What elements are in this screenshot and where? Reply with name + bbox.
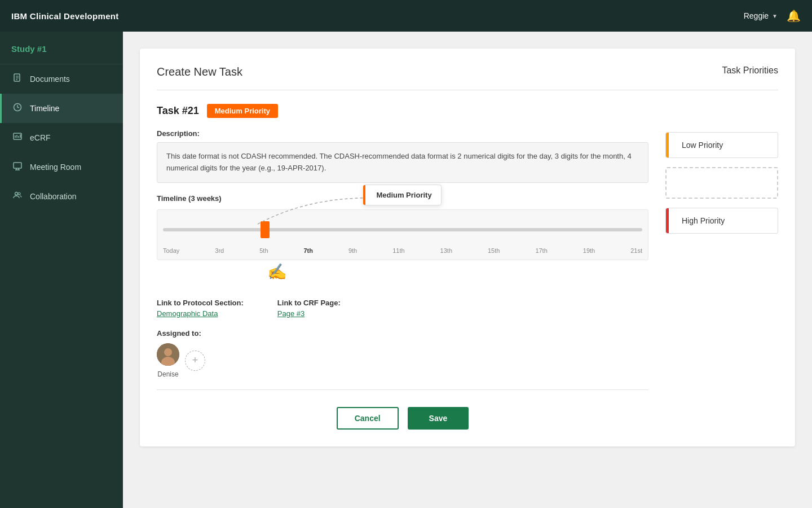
- priorities-panel: Low Priority High Priority: [665, 104, 778, 430]
- sidebar-item-collaboration[interactable]: Collaboration: [0, 182, 123, 211]
- cancel-button[interactable]: Cancel: [337, 407, 399, 430]
- add-assignee-button[interactable]: +: [185, 351, 205, 371]
- form-layout: Task #21 Medium Priority Description: Th…: [157, 104, 778, 430]
- low-priority-item[interactable]: Low Priority: [665, 132, 778, 158]
- collaboration-icon: [13, 191, 22, 202]
- ecrf-icon: [13, 132, 22, 143]
- sidebar-item-meeting-room[interactable]: Meeting Room: [0, 152, 123, 182]
- top-navigation: IBM Clinical Development Reggie ▼ 🔔: [0, 0, 812, 32]
- protocol-link-group: Link to Protocol Section: Demographic Da…: [157, 299, 244, 318]
- assignees-row: Denise +: [157, 343, 648, 378]
- protocol-link-value[interactable]: Demographic Data: [157, 309, 244, 318]
- card-divider: [157, 90, 778, 90]
- crf-link-value[interactable]: Page #3: [277, 309, 341, 318]
- sidebar-item-timeline[interactable]: Timeline: [0, 94, 123, 123]
- task-priorities-heading: Task Priorities: [722, 65, 778, 76]
- assignee-name: Denise: [157, 370, 178, 378]
- links-row: Link to Protocol Section: Demographic Da…: [157, 299, 648, 318]
- svg-point-17: [18, 192, 20, 195]
- date-today: Today: [163, 247, 179, 254]
- task-header: Task #21 Medium Priority: [157, 104, 648, 118]
- date-17th: 17th: [535, 247, 547, 254]
- app-layout: Study #1 Documents Timeline: [0, 32, 812, 508]
- low-priority-label: Low Priority: [682, 141, 723, 150]
- card-title: Create New Task: [157, 65, 242, 78]
- medium-priority-drop-zone[interactable]: [665, 167, 778, 199]
- app-brand: IBM Clinical Development: [11, 11, 119, 21]
- priority-tooltip: Medium Priority: [363, 185, 441, 205]
- sidebar-timeline-label: Timeline: [30, 104, 59, 113]
- description-label: Description:: [157, 129, 648, 138]
- task-number: Task #21: [157, 105, 199, 117]
- notification-bell-icon[interactable]: 🔔: [787, 9, 801, 23]
- sidebar-collaboration-label: Collaboration: [30, 192, 77, 201]
- protocol-link-label: Link to Protocol Section:: [157, 299, 244, 307]
- priority-badge: Medium Priority: [207, 104, 278, 118]
- study-title[interactable]: Study #1: [0, 32, 123, 64]
- timeline-chart[interactable]: Medium Priority Today 3rd: [157, 209, 648, 260]
- meeting-room-icon: [13, 161, 22, 173]
- date-7th: 7th: [303, 247, 313, 254]
- sidebar-ecrf-label: eCRF: [30, 133, 51, 142]
- description-text: This date format is not CDASH recommende…: [157, 142, 648, 183]
- user-menu[interactable]: Reggie ▼: [744, 11, 778, 20]
- date-19th: 19th: [583, 247, 595, 254]
- date-15th: 15th: [488, 247, 500, 254]
- action-buttons: Cancel Save: [157, 401, 648, 430]
- sidebar-item-documents[interactable]: Documents: [0, 64, 123, 94]
- date-11th: 11th: [392, 247, 404, 254]
- card-header: Create New Task Task Priorities: [157, 65, 778, 78]
- high-priority-label: High Priority: [682, 216, 725, 225]
- avatar: [157, 343, 179, 366]
- high-priority-bar: [666, 208, 669, 233]
- svg-point-19: [164, 348, 172, 356]
- sidebar-meeting-label: Meeting Room: [30, 163, 81, 172]
- chevron-down-icon: ▼: [772, 13, 778, 19]
- crf-link-label: Link to CRF Page:: [277, 299, 341, 307]
- timeline-track: [163, 228, 642, 231]
- assigned-label: Assigned to:: [157, 329, 648, 338]
- low-priority-bar: [666, 133, 669, 157]
- create-task-card: Create New Task Task Priorities Task #21…: [140, 49, 795, 446]
- date-21st: 21st: [630, 247, 642, 254]
- sidebar-item-ecrf[interactable]: eCRF: [0, 123, 123, 152]
- crf-link-group: Link to CRF Page: Page #3: [277, 299, 341, 318]
- save-button[interactable]: Save: [408, 407, 469, 430]
- date-5th: 5th: [259, 247, 268, 254]
- tooltip-wrapper: Medium Priority: [363, 185, 441, 205]
- cursor-spacer: [157, 274, 648, 299]
- username: Reggie: [744, 11, 769, 20]
- form-divider: [157, 389, 648, 390]
- sidebar-documents-label: Documents: [30, 75, 70, 84]
- task-form: Task #21 Medium Priority Description: Th…: [157, 104, 648, 430]
- timeline-labels: Today 3rd 5th 7th 9th 11th 13th 15th 17t…: [163, 247, 642, 254]
- timeline-icon: [13, 103, 22, 114]
- sidebar: Study #1 Documents Timeline: [0, 32, 123, 508]
- date-3rd: 3rd: [215, 247, 224, 254]
- date-9th: 9th: [348, 247, 357, 254]
- svg-rect-12: [14, 163, 21, 168]
- date-13th: 13th: [440, 247, 452, 254]
- svg-point-16: [15, 192, 18, 195]
- documents-icon: [13, 73, 22, 85]
- nav-right: Reggie ▼ 🔔: [744, 9, 801, 23]
- timeline-marker[interactable]: [261, 221, 270, 238]
- assignee-avatar-group: Denise: [157, 343, 179, 378]
- main-content: Create New Task Task Priorities Task #21…: [123, 32, 812, 508]
- high-priority-item[interactable]: High Priority: [665, 208, 778, 234]
